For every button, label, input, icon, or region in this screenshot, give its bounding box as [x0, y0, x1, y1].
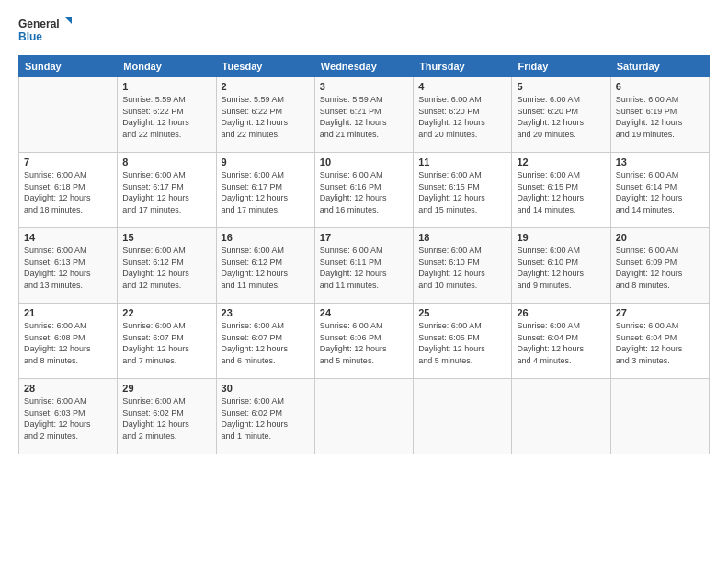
col-header-tuesday: Tuesday: [216, 56, 314, 77]
page: General Blue SundayMondayTuesdayWednesda…: [0, 0, 728, 563]
day-info: Sunrise: 5:59 AM Sunset: 6:22 PM Dayligh…: [122, 94, 210, 140]
day-cell: 27Sunrise: 6:00 AM Sunset: 6:04 PM Dayli…: [610, 304, 709, 379]
day-cell: [610, 379, 709, 454]
svg-text:Blue: Blue: [18, 30, 42, 43]
col-header-wednesday: Wednesday: [314, 56, 413, 77]
week-row-5: 28Sunrise: 6:00 AM Sunset: 6:03 PM Dayli…: [19, 379, 710, 454]
header: General Blue: [18, 15, 710, 48]
day-info: Sunrise: 6:00 AM Sunset: 6:17 PM Dayligh…: [222, 169, 310, 215]
calendar-body: 1Sunrise: 5:59 AM Sunset: 6:22 PM Daylig…: [19, 77, 710, 454]
day-cell: [19, 77, 118, 153]
day-info: Sunrise: 6:00 AM Sunset: 6:12 PM Dayligh…: [122, 245, 210, 291]
day-number: 30: [222, 383, 310, 394]
logo-svg: General Blue: [18, 15, 74, 48]
col-header-sunday: Sunday: [19, 56, 118, 77]
day-cell: 24Sunrise: 6:00 AM Sunset: 6:06 PM Dayli…: [314, 304, 413, 379]
day-number: 27: [616, 307, 704, 318]
svg-text:General: General: [18, 17, 60, 30]
calendar-header-row: SundayMondayTuesdayWednesdayThursdayFrid…: [19, 56, 710, 77]
day-cell: 30Sunrise: 6:00 AM Sunset: 6:02 PM Dayli…: [216, 379, 314, 454]
day-cell: 18Sunrise: 6:00 AM Sunset: 6:10 PM Dayli…: [414, 228, 512, 304]
day-info: Sunrise: 6:00 AM Sunset: 6:12 PM Dayligh…: [222, 245, 310, 291]
week-row-3: 14Sunrise: 6:00 AM Sunset: 6:13 PM Dayli…: [19, 228, 710, 304]
day-cell: 9Sunrise: 6:00 AM Sunset: 6:17 PM Daylig…: [216, 153, 314, 228]
calendar-table: SundayMondayTuesdayWednesdayThursdayFrid…: [18, 55, 710, 454]
day-number: 7: [24, 156, 112, 167]
day-cell: 11Sunrise: 6:00 AM Sunset: 6:15 PM Dayli…: [414, 153, 512, 228]
day-cell: 10Sunrise: 6:00 AM Sunset: 6:16 PM Dayli…: [314, 153, 413, 228]
week-row-1: 1Sunrise: 5:59 AM Sunset: 6:22 PM Daylig…: [19, 77, 710, 153]
day-cell: 3Sunrise: 5:59 AM Sunset: 6:21 PM Daylig…: [314, 77, 413, 153]
day-number: 19: [517, 232, 605, 243]
day-info: Sunrise: 6:00 AM Sunset: 6:15 PM Dayligh…: [418, 169, 506, 215]
day-cell: 6Sunrise: 6:00 AM Sunset: 6:19 PM Daylig…: [610, 77, 709, 153]
day-cell: 13Sunrise: 6:00 AM Sunset: 6:14 PM Dayli…: [610, 153, 709, 228]
day-cell: [414, 379, 512, 454]
col-header-friday: Friday: [512, 56, 610, 77]
day-number: 24: [320, 307, 408, 318]
day-info: Sunrise: 6:00 AM Sunset: 6:16 PM Dayligh…: [320, 169, 408, 215]
day-info: Sunrise: 6:00 AM Sunset: 6:11 PM Dayligh…: [320, 245, 408, 291]
day-number: 4: [418, 81, 506, 92]
day-info: Sunrise: 6:00 AM Sunset: 6:03 PM Dayligh…: [24, 396, 112, 442]
day-info: Sunrise: 6:00 AM Sunset: 6:18 PM Dayligh…: [24, 169, 112, 215]
day-number: 23: [222, 307, 310, 318]
day-cell: 21Sunrise: 6:00 AM Sunset: 6:08 PM Dayli…: [19, 304, 118, 379]
day-cell: 29Sunrise: 6:00 AM Sunset: 6:02 PM Dayli…: [118, 379, 216, 454]
day-info: Sunrise: 6:00 AM Sunset: 6:15 PM Dayligh…: [517, 169, 605, 215]
day-cell: 20Sunrise: 6:00 AM Sunset: 6:09 PM Dayli…: [610, 228, 709, 304]
col-header-monday: Monday: [118, 56, 216, 77]
day-number: 5: [517, 81, 605, 92]
day-cell: 1Sunrise: 5:59 AM Sunset: 6:22 PM Daylig…: [118, 77, 216, 153]
day-info: Sunrise: 6:00 AM Sunset: 6:20 PM Dayligh…: [517, 94, 605, 140]
day-number: 2: [222, 81, 310, 92]
day-info: Sunrise: 6:00 AM Sunset: 6:06 PM Dayligh…: [320, 320, 408, 366]
day-number: 1: [122, 81, 210, 92]
day-info: Sunrise: 6:00 AM Sunset: 6:13 PM Dayligh…: [24, 245, 112, 291]
day-cell: 12Sunrise: 6:00 AM Sunset: 6:15 PM Dayli…: [512, 153, 610, 228]
day-number: 13: [616, 156, 704, 167]
day-number: 11: [418, 156, 506, 167]
day-number: 29: [122, 383, 210, 394]
day-info: Sunrise: 6:00 AM Sunset: 6:10 PM Dayligh…: [517, 245, 605, 291]
day-number: 8: [122, 156, 210, 167]
day-number: 25: [418, 307, 506, 318]
day-info: Sunrise: 6:00 AM Sunset: 6:08 PM Dayligh…: [24, 320, 112, 366]
day-cell: 26Sunrise: 6:00 AM Sunset: 6:04 PM Dayli…: [512, 304, 610, 379]
day-number: 6: [616, 81, 704, 92]
col-header-thursday: Thursday: [414, 56, 512, 77]
day-cell: 17Sunrise: 6:00 AM Sunset: 6:11 PM Dayli…: [314, 228, 413, 304]
day-info: Sunrise: 6:00 AM Sunset: 6:02 PM Dayligh…: [122, 396, 210, 442]
day-info: Sunrise: 6:00 AM Sunset: 6:17 PM Dayligh…: [122, 169, 210, 215]
day-cell: [314, 379, 413, 454]
day-info: Sunrise: 6:00 AM Sunset: 6:04 PM Dayligh…: [616, 320, 704, 366]
day-info: Sunrise: 6:00 AM Sunset: 6:10 PM Dayligh…: [418, 245, 506, 291]
day-info: Sunrise: 6:00 AM Sunset: 6:20 PM Dayligh…: [418, 94, 506, 140]
day-info: Sunrise: 5:59 AM Sunset: 6:21 PM Dayligh…: [320, 94, 408, 140]
day-info: Sunrise: 5:59 AM Sunset: 6:22 PM Dayligh…: [222, 94, 310, 140]
day-number: 20: [616, 232, 704, 243]
day-cell: 7Sunrise: 6:00 AM Sunset: 6:18 PM Daylig…: [19, 153, 118, 228]
day-cell: 25Sunrise: 6:00 AM Sunset: 6:05 PM Dayli…: [414, 304, 512, 379]
day-number: 16: [222, 232, 310, 243]
day-number: 21: [24, 307, 112, 318]
day-number: 15: [122, 232, 210, 243]
week-row-4: 21Sunrise: 6:00 AM Sunset: 6:08 PM Dayli…: [19, 304, 710, 379]
day-info: Sunrise: 6:00 AM Sunset: 6:19 PM Dayligh…: [616, 94, 704, 140]
day-cell: 19Sunrise: 6:00 AM Sunset: 6:10 PM Dayli…: [512, 228, 610, 304]
day-cell: 28Sunrise: 6:00 AM Sunset: 6:03 PM Dayli…: [19, 379, 118, 454]
week-row-2: 7Sunrise: 6:00 AM Sunset: 6:18 PM Daylig…: [19, 153, 710, 228]
day-number: 26: [517, 307, 605, 318]
day-info: Sunrise: 6:00 AM Sunset: 6:02 PM Dayligh…: [222, 396, 310, 442]
day-cell: 16Sunrise: 6:00 AM Sunset: 6:12 PM Dayli…: [216, 228, 314, 304]
day-cell: 15Sunrise: 6:00 AM Sunset: 6:12 PM Dayli…: [118, 228, 216, 304]
day-cell: 5Sunrise: 6:00 AM Sunset: 6:20 PM Daylig…: [512, 77, 610, 153]
col-header-saturday: Saturday: [610, 56, 709, 77]
day-number: 10: [320, 156, 408, 167]
logo: General Blue: [18, 15, 74, 48]
day-number: 14: [24, 232, 112, 243]
day-cell: 23Sunrise: 6:00 AM Sunset: 6:07 PM Dayli…: [216, 304, 314, 379]
day-number: 22: [122, 307, 210, 318]
day-number: 28: [24, 383, 112, 394]
day-info: Sunrise: 6:00 AM Sunset: 6:04 PM Dayligh…: [517, 320, 605, 366]
